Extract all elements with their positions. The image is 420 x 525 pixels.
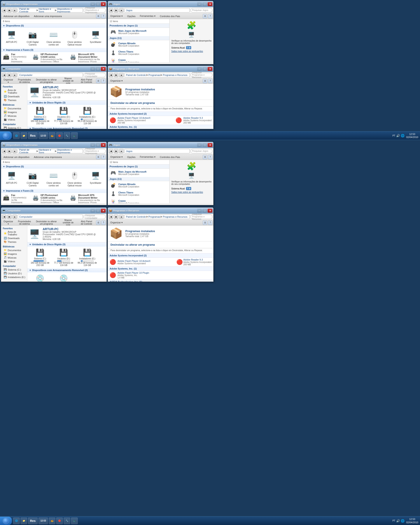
taskbar-opera-mid[interactable]: 🔴	[56, 132, 63, 139]
close-button[interactable]: ✕	[208, 2, 212, 6]
adobe-inc-header-bot[interactable]: Adobe Systems, Inc. (1)	[108, 266, 213, 271]
programs-window-top[interactable]: 📦 Programas e Recursos ─ □ ✕ ◀ ▶ ▲ Paine…	[108, 66, 214, 129]
taskbar-ie-mid[interactable]: 🌐	[13, 132, 20, 139]
forward-button[interactable]: ▶	[7, 149, 12, 153]
window-controls[interactable]: ─ □ ✕	[197, 67, 212, 71]
view-button[interactable]: ☰	[203, 79, 207, 83]
nav-install-e-bot[interactable]: 💾Instaladores (E:)	[1, 275, 27, 279]
minimize-button[interactable]: ─	[90, 143, 95, 147]
view-btn-pbot[interactable]: ☰	[203, 221, 207, 225]
back-button[interactable]: ◀	[109, 73, 113, 77]
help-btn-pbot[interactable]: ?	[208, 221, 212, 225]
back-button[interactable]: ◀	[109, 8, 113, 12]
close-button[interactable]: ✕	[101, 2, 106, 6]
taskbar-screen-bottom[interactable]: 📺	[71, 517, 78, 524]
up-button[interactable]: ▲	[12, 73, 17, 77]
taskbar-app1-mid[interactable]: Res	[28, 132, 38, 139]
game-more-games[interactable]: 🎮 Mais Jogos da Microsoft Microsoft Corp…	[108, 28, 169, 36]
forward-button[interactable]: ▶	[114, 8, 118, 12]
help-button[interactable]: ?	[208, 14, 212, 18]
nav-music-bot[interactable]: 🎵Músicas	[1, 256, 27, 259]
prog-adobe-reader[interactable]: 🔴 Adobe Reader 9.3 Adobe Systems Incorpo…	[176, 117, 212, 124]
help-button[interactable]: ?	[208, 79, 212, 83]
devices-window-bottom[interactable]: 🖨️ Dispositivos e Impressoras ─ □ ✕ ◀ ▶ …	[1, 142, 107, 205]
up-button[interactable]: ▲	[119, 215, 124, 219]
organize-button[interactable]: Organizar ▾	[109, 14, 124, 18]
help-btn-cbot[interactable]: ?	[101, 221, 106, 225]
maximize-button[interactable]: □	[96, 2, 100, 6]
nav-system-c-bot[interactable]: 💾Sistema (C:)	[1, 268, 27, 272]
scores-link[interactable]: Saiba mais sobre as pontuações	[171, 50, 212, 53]
organize-btn-pbot[interactable]: Organizar ▾	[109, 221, 124, 225]
drive-c-bot[interactable]: 💾 Sistema (C:) 183 GB livres(s) de 232 G…	[29, 247, 51, 267]
forward-button[interactable]: ▶	[114, 215, 118, 219]
window-controls[interactable]: ─ □ ✕	[90, 209, 106, 213]
taskbar-clock-mid[interactable]: 12:53	[38, 132, 48, 139]
search-input[interactable]: Pesquisar Dispositivos e Impressoras	[84, 149, 106, 153]
search-input[interactable]: Pesquisar Computador	[84, 215, 106, 219]
organize-button[interactable]: Organizar ▾	[2, 78, 15, 84]
view-button[interactable]: ☰	[96, 79, 100, 83]
adobe-inc-header[interactable]: Adobe Systems, Inc. (1)	[108, 125, 213, 129]
drive-d-bot[interactable]: 💾 Usuários (D:) 77,7 GB livres(s) de 116…	[53, 247, 75, 267]
taskbar-tools-mid[interactable]: 🔧	[64, 132, 70, 139]
maximize-button[interactable]: □	[202, 209, 207, 213]
maximize-button[interactable]: □	[202, 2, 207, 6]
address-input[interactable]: Jogos	[124, 8, 190, 12]
chess-bot[interactable]: ♟️ Chess Titans Microsoft Corporation	[108, 189, 169, 198]
view-btn-cbot[interactable]: ☰	[96, 221, 100, 225]
organize-button[interactable]: Organizar ▾	[109, 79, 124, 83]
window-controls[interactable]: ─ □ ✕	[197, 143, 212, 147]
up-button[interactable]: ▲	[12, 215, 17, 219]
programs-list-bot[interactable]: Adobe Systems Incorporated (2) 🔴 Adobe F…	[108, 253, 213, 282]
device-artur-pc-bot[interactable]: 🖥️ ARTUR-PC	[3, 170, 20, 187]
device-syncmaster[interactable]: 🖥️ SyncMaster	[87, 29, 104, 46]
open-panel-btn-bot[interactable]: Abrir Painel de Controle	[78, 220, 95, 226]
search-input[interactable]: Pesquisar Jogos	[191, 8, 212, 12]
nav-videos-bot[interactable]: 🎬Vídeos	[1, 259, 27, 263]
prog-flash-activex[interactable]: 🔴 Adobe Flash Player 10 ActiveX Adobe Sy…	[108, 116, 213, 125]
nav-images[interactable]: 🖼️Imagens	[1, 110, 27, 114]
device-camera[interactable]: 📷 C140 Digital Camera	[24, 29, 41, 46]
nav-themes-bot[interactable]: 🎨Themes	[1, 240, 27, 244]
sys-prop-btn-bot[interactable]: Propriedades do sistema	[16, 220, 33, 226]
window-controls[interactable]: ─ □ ✕	[90, 2, 106, 6]
game-chess[interactable]: ♟️ Chess Titans Microsoft Corporation	[108, 48, 169, 57]
taskbar-tools-bottom[interactable]: 🔧	[64, 517, 70, 524]
close-button[interactable]: ✕	[208, 67, 212, 71]
forward-button[interactable]: ▶	[7, 8, 12, 12]
maximize-button[interactable]: □	[96, 209, 100, 213]
forward-button[interactable]: ▶	[7, 215, 12, 219]
drive-c[interactable]: 💾 Sistema (C:) 183 GB livres(s) de 232 G…	[29, 106, 51, 126]
computer-window-bottom[interactable]: 💻 Computador ─ □ ✕ ◀ ▶ ▲ Computador Pesq…	[1, 207, 107, 282]
minesweeper-bot[interactable]: 💣 Campo Minado Microsoft Corporation	[108, 181, 169, 189]
options-btn-bot[interactable]: Opções	[126, 155, 137, 159]
nav-documents-bot[interactable]: 📁Documentos	[1, 248, 27, 252]
drive-e[interactable]: 💾 Instaladores (E:) 99,3 GB livres(s) de…	[76, 106, 98, 126]
help-btn-bot[interactable]: ?	[208, 155, 212, 159]
back-button[interactable]: ◀	[2, 149, 6, 153]
maximize-button[interactable]: □	[96, 143, 100, 147]
forward-button[interactable]: ▶	[114, 73, 118, 77]
nav-desktop[interactable]: ⭐Área de Trabalho	[1, 88, 27, 94]
window-controls[interactable]: ─ □ ✕	[197, 209, 212, 213]
help-button[interactable]: ?	[101, 155, 106, 159]
parental-controls-button[interactable]: Controles dos Pais	[158, 14, 182, 18]
search-input[interactable]: Pesquisar Jogos	[191, 149, 212, 153]
sys-properties-button[interactable]: Propriedades do sistema	[16, 78, 33, 84]
close-button[interactable]: ✕	[208, 143, 212, 147]
search-input[interactable]: Pesquisar Computador	[84, 73, 106, 77]
window-controls[interactable]: ─ □ ✕	[90, 67, 106, 71]
tools-btn-bot[interactable]: Ferramentas ▾	[138, 155, 157, 159]
drive-e-bot[interactable]: 💾 Instaladores (E:) 99,3 GB livres(s) de…	[76, 247, 98, 267]
forward-button[interactable]: ▶	[7, 73, 12, 77]
tools-button[interactable]: Ferramentas ▾	[138, 14, 157, 18]
minimize-button[interactable]: ─	[90, 2, 95, 6]
uninstall-btn-cbot[interactable]: Desinstalar ou alterar um programa	[34, 220, 58, 226]
back-button[interactable]: ◀	[109, 215, 113, 219]
search-input[interactable]: Pesquisar Programas e Recursos	[191, 215, 212, 219]
add-device-button[interactable]: Adicionar um dispositivo	[2, 155, 31, 159]
address-input[interactable]: Painel de Controle ▶ Hardware e Sons ▶ D…	[18, 149, 83, 153]
up-button[interactable]: ▲	[119, 73, 124, 77]
help-button[interactable]: ?	[101, 79, 106, 83]
